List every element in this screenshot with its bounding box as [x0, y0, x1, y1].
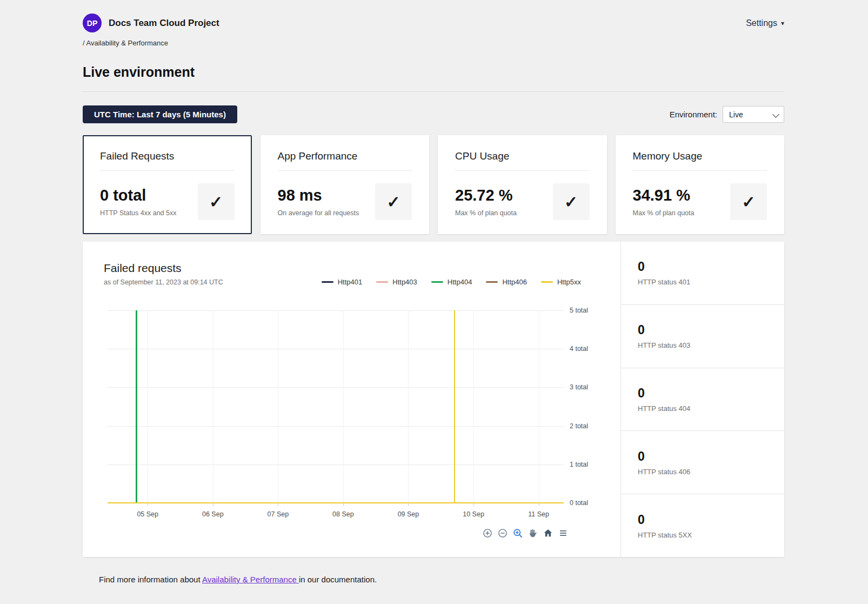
footer-text-prefix: Find more information about — [99, 575, 202, 584]
pan-hand-icon[interactable] — [528, 528, 538, 539]
status-label: HTTP status 5XX — [638, 531, 784, 539]
card-app-performance[interactable]: App Performance 98 ms On average for all… — [261, 135, 430, 234]
footer-text-suffix: in our documentation. — [299, 575, 377, 584]
legend-item-http403[interactable]: Http403 — [376, 278, 417, 286]
plot-area[interactable] — [108, 310, 564, 503]
environment-select-wrap: Live — [723, 106, 784, 123]
availability-performance-link[interactable]: Availability & Performance — [202, 575, 299, 584]
gridline-horizontal — [108, 349, 564, 349]
card-value: 34.91 % — [633, 187, 731, 204]
checkmark-icon: ✓ — [742, 193, 755, 211]
card-title: CPU Usage — [455, 150, 590, 171]
status-ok-icon: ✓ — [198, 183, 235, 220]
legend-label: Http406 — [502, 278, 527, 286]
gridline-horizontal — [108, 310, 564, 311]
divider — [83, 91, 784, 92]
status-cell-406: 0 HTTP status 406 — [621, 430, 784, 494]
gridline-vertical — [473, 310, 474, 503]
legend-item-http404[interactable]: Http404 — [431, 278, 472, 286]
card-title: App Performance — [278, 150, 412, 171]
y-axis-label: 1 total — [570, 461, 588, 468]
card-value: 25.72 % — [455, 187, 553, 204]
gridline-vertical — [539, 310, 539, 503]
x-axis-label: 10 Sep — [463, 510, 484, 518]
x-axis-tick — [539, 503, 539, 506]
series-spike-http404 — [136, 310, 137, 503]
page-title: Live environment — [83, 64, 784, 80]
x-axis-tick — [148, 503, 148, 506]
gridline-vertical — [343, 310, 344, 503]
status-cell-5xx: 0 HTTP status 5XX — [621, 494, 784, 557]
card-caption: Max % of plan quota — [455, 209, 553, 217]
status-value: 0 — [638, 260, 784, 274]
zoom-in-icon[interactable] — [482, 528, 493, 539]
environment-select[interactable]: Live — [723, 106, 784, 123]
status-value: 0 — [638, 323, 784, 337]
home-reset-icon[interactable] — [543, 528, 553, 539]
menu-icon[interactable] — [558, 528, 569, 539]
legend-swatch — [541, 281, 553, 283]
status-label: HTTP status 404 — [638, 404, 784, 413]
chart-title: Failed requests — [104, 262, 223, 275]
status-value: 0 — [638, 386, 784, 401]
status-cell-401: 0 HTTP status 401 — [621, 242, 784, 304]
x-axis-label: 06 Sep — [202, 510, 224, 518]
gridline-vertical — [213, 310, 213, 503]
legend-swatch — [431, 281, 443, 283]
card-memory-usage[interactable]: Memory Usage 34.91 % Max % of plan quota… — [616, 135, 785, 234]
card-caption: HTTP Status 4xx and 5xx — [100, 209, 198, 217]
chart-toolbar — [104, 528, 569, 539]
series-spike-http5xx — [454, 310, 456, 503]
status-label: HTTP status 406 — [638, 468, 784, 476]
status-ok-icon: ✓ — [730, 183, 767, 220]
selection-zoom-icon[interactable] — [512, 528, 523, 539]
y-axis-label: 2 total — [570, 422, 588, 430]
card-value: 98 ms — [278, 187, 376, 204]
x-axis-tick — [408, 503, 409, 506]
gridline-vertical — [278, 310, 278, 503]
legend-swatch — [322, 281, 333, 283]
legend-label: Http401 — [338, 278, 363, 286]
status-label: HTTP status 403 — [638, 341, 784, 349]
environment-label: Environment: — [670, 110, 717, 119]
card-title: Memory Usage — [633, 150, 767, 171]
chevron-down-icon: ▾ — [781, 19, 784, 27]
chart-subtitle: as of September 11, 2023 at 09:14 UTC — [104, 278, 223, 286]
checkmark-icon: ✓ — [209, 193, 223, 211]
failed-requests-panel: Failed requests as of September 11, 2023… — [83, 242, 784, 557]
x-axis-label: 07 Sep — [268, 510, 289, 518]
legend-item-http406[interactable]: Http406 — [486, 278, 527, 286]
x-axis-tick — [213, 503, 213, 506]
legend-item-http401[interactable]: Http401 — [322, 278, 363, 286]
zoom-out-icon[interactable] — [497, 528, 508, 539]
breadcrumb: / Availability & Performance — [83, 39, 784, 47]
card-cpu-usage[interactable]: CPU Usage 25.72 % Max % of plan quota ✓ — [438, 135, 607, 234]
checkmark-icon: ✓ — [386, 193, 400, 211]
x-axis-tick — [343, 503, 344, 506]
status-value: 0 — [638, 449, 784, 464]
project-name: Docs Team Cloud Project — [109, 18, 219, 29]
status-label: HTTP status 401 — [638, 278, 784, 286]
settings-label: Settings — [746, 18, 777, 28]
x-axis-label: 05 Sep — [137, 510, 158, 518]
legend-swatch — [486, 281, 498, 283]
card-failed-requests[interactable]: Failed Requests 0 total HTTP Status 4xx … — [83, 135, 252, 234]
environment-control: Environment: Live — [670, 106, 784, 123]
settings-menu[interactable]: Settings ▾ — [746, 18, 784, 28]
x-axis-tick — [278, 503, 278, 506]
legend-label: Http403 — [392, 278, 417, 286]
topbar: DP Docs Team Cloud Project Settings ▾ — [83, 14, 784, 32]
chart-header: Failed requests as of September 11, 2023… — [104, 262, 620, 286]
card-caption: Max % of plan quota — [633, 209, 731, 217]
gridline-vertical — [148, 310, 148, 503]
card-caption: On average for all requests — [278, 209, 376, 217]
x-axis-tick — [473, 503, 474, 506]
y-axis-label: 4 total — [570, 345, 588, 353]
legend-item-http5xx[interactable]: Http5xx — [541, 278, 581, 286]
gridline-horizontal — [108, 464, 564, 465]
x-axis-label: 08 Sep — [332, 510, 354, 518]
y-axis-label: 5 total — [570, 307, 588, 314]
metric-cards: Failed Requests 0 total HTTP Status 4xx … — [83, 135, 784, 234]
gridline-vertical — [408, 310, 409, 503]
legend-label: Http404 — [448, 278, 472, 286]
